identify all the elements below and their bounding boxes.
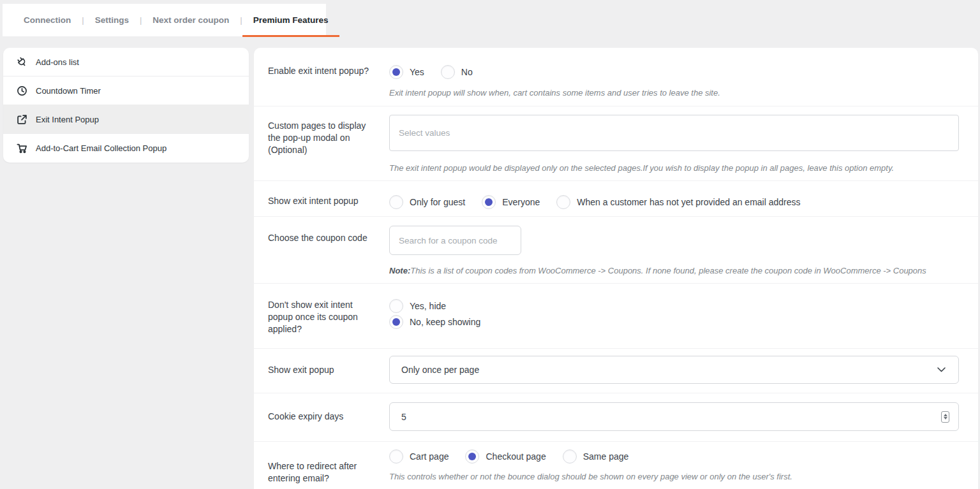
radio-circle xyxy=(482,195,496,209)
tab-settings[interactable]: Settings xyxy=(84,4,140,36)
exit-intent-settings-panel: Enable exit intent popup? Yes No Exit in… xyxy=(254,48,978,489)
field-help-text: The exit intent popup would be displayed… xyxy=(389,163,959,173)
radio-label: Same page xyxy=(583,451,629,462)
field-label: Where to redirect after entering email? xyxy=(268,460,389,485)
radio-yes-hide[interactable]: Yes, hide xyxy=(389,299,959,313)
radio-checkout-page[interactable]: Checkout page xyxy=(465,449,546,463)
sidebar-item-addons-list[interactable]: Add-ons list xyxy=(3,48,249,77)
row-cookie-expiry: Cookie expiry days xyxy=(254,393,978,442)
field-label: Custom pages to display the pop-up modal… xyxy=(268,120,389,173)
radio-enable-no[interactable]: No xyxy=(441,65,473,79)
radio-label: Yes, hide xyxy=(410,301,446,311)
settings-tabbar: Connection | Settings | Next order coupo… xyxy=(3,4,326,36)
row-coupon-code: Choose the coupon code Note:This is a li… xyxy=(254,217,978,284)
radio-label: Checkout page xyxy=(486,451,546,462)
cookie-expiry-field xyxy=(389,402,959,431)
radio-only-for-guest[interactable]: Only for guest xyxy=(389,195,465,209)
custom-pages-multiselect[interactable]: Select values xyxy=(389,115,959,151)
row-redirect-after-email: Where to redirect after entering email? … xyxy=(254,442,978,489)
sidebar-item-add-to-cart-email-popup[interactable]: Add-to-Cart Email Collection Popup xyxy=(3,134,249,163)
row-custom-pages: Custom pages to display the pop-up modal… xyxy=(254,106,978,181)
field-label: Don't show exit intent popup once its co… xyxy=(268,299,389,335)
select-value: Only once per page xyxy=(401,365,479,375)
plug-icon xyxy=(17,57,27,68)
note-body: This is a list of coupon codes from WooC… xyxy=(410,266,926,275)
radio-no-keep-showing[interactable]: No, keep showing xyxy=(389,315,959,329)
popup-frequency-select[interactable]: Only once per page xyxy=(389,356,959,384)
chevron-down-icon xyxy=(937,367,946,372)
field-label: Enable exit intent popup? xyxy=(268,65,389,98)
radio-label: Yes xyxy=(410,67,424,77)
row-enable-exit-intent: Enable exit intent popup? Yes No Exit in… xyxy=(254,48,978,106)
clock-icon xyxy=(17,85,27,96)
sidebar-item-label: Exit Intent Popup xyxy=(36,115,99,124)
field-label: Show exit intent popup xyxy=(268,195,389,209)
radio-everyone[interactable]: Everyone xyxy=(482,195,540,209)
radio-label: No, keep showing xyxy=(410,317,480,327)
sidebar-item-label: Add-to-Cart Email Collection Popup xyxy=(36,143,167,153)
radio-circle xyxy=(389,195,403,209)
tab-premium-features[interactable]: Premium Features xyxy=(242,4,339,36)
tab-next-order-coupon[interactable]: Next order coupon xyxy=(142,4,240,36)
radio-circle xyxy=(556,195,570,209)
radio-same-page[interactable]: Same page xyxy=(563,449,629,463)
field-label: Cookie expiry days xyxy=(268,411,389,431)
radio-cart-page[interactable]: Cart page xyxy=(389,449,449,463)
premium-features-sidebar: Add-ons list Countdown Timer Exit Intent… xyxy=(3,48,249,163)
note-prefix: Note: xyxy=(389,266,410,275)
external-link-icon xyxy=(17,114,27,125)
field-label: Show exit popup xyxy=(268,364,389,384)
radio-circle xyxy=(389,299,403,313)
cookie-expiry-input[interactable] xyxy=(392,403,941,430)
sidebar-item-label: Add-ons list xyxy=(36,57,79,67)
radio-circle xyxy=(465,449,479,463)
sidebar-item-countdown-timer[interactable]: Countdown Timer xyxy=(3,77,249,105)
radio-circle xyxy=(563,449,577,463)
radio-label: Everyone xyxy=(502,197,540,207)
radio-label: Only for guest xyxy=(410,197,465,207)
radio-enable-yes[interactable]: Yes xyxy=(389,65,424,79)
radio-circle xyxy=(389,449,403,463)
field-help-text: This controls whether or not the bounce … xyxy=(389,472,959,481)
tab-connection[interactable]: Connection xyxy=(13,4,82,36)
radio-circle xyxy=(441,65,455,79)
coupon-search-input[interactable] xyxy=(389,226,521,255)
radio-label: When a customer has not yet provided an … xyxy=(577,197,800,207)
radio-label: Cart page xyxy=(410,451,449,462)
radio-circle xyxy=(389,315,403,329)
radio-label: No xyxy=(461,67,473,77)
field-help-text: Exit intent popup will show when, cart c… xyxy=(389,88,959,98)
cart-icon xyxy=(17,143,27,154)
sidebar-item-exit-intent-popup[interactable]: Exit Intent Popup xyxy=(3,105,249,134)
sidebar-item-label: Countdown Timer xyxy=(36,86,101,96)
field-label: Choose the coupon code xyxy=(268,232,389,275)
field-note-text: Note:This is a list of coupon codes from… xyxy=(389,266,959,275)
row-show-popup-audience: Show exit intent popup Only for guest Ev… xyxy=(254,181,978,217)
radio-no-email-yet[interactable]: When a customer has not yet provided an … xyxy=(556,195,800,209)
radio-circle xyxy=(389,65,403,79)
row-hide-after-coupon: Don't show exit intent popup once its co… xyxy=(254,284,978,349)
multiselect-placeholder: Select values xyxy=(399,128,450,138)
number-stepper-icon[interactable] xyxy=(941,411,949,423)
row-show-exit-popup-frequency: Show exit popup Only once per page xyxy=(254,349,978,393)
